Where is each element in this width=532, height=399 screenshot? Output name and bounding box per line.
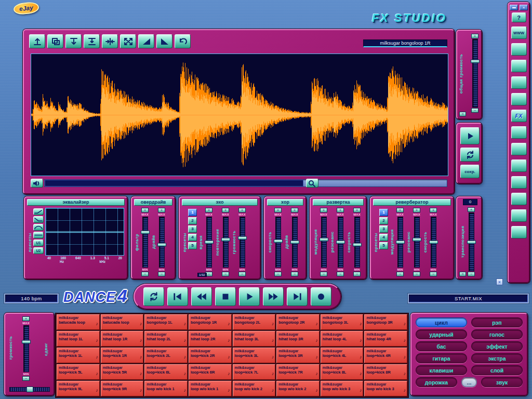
overdrive-drive-slider-increase-button[interactable]: + [158,208,165,212]
sample-cell-r1c5[interactable]: milk&sugarbongoloop 2L♪ [233,314,276,330]
category-ударный-button[interactable]: ударный [416,329,467,339]
sweep-modulation-slider-track[interactable] [321,217,327,268]
sample-cell-r5c7[interactable]: milk&sugarloop w/o kick 3♪ [321,381,364,396]
echo-repeat-slider-thumb[interactable] [221,238,230,242]
sample-cell-r2c6[interactable]: milk&sugarhihat loop 3R♪ [276,331,320,347]
save-sample-button[interactable]: сохр. [460,165,480,178]
reverb-resonance-slider-thumb[interactable] [413,238,421,242]
sample-cell-r3c3[interactable]: milk&sugarloop+kick 2L♪ [144,348,188,363]
sample-cell-r1c8[interactable]: milk&sugarbongoloop 3R♪ [364,314,407,330]
sample-cell-r2c4[interactable]: milk&sugarhihat loop 2R♪ [189,331,232,347]
sample-cell-r2c7[interactable]: milk&sugarhihat loop 4L♪ [321,331,364,347]
www-button[interactable]: WWW [511,26,527,39]
eq-curve-3-button[interactable] [33,224,44,231]
transport-loop-button[interactable] [143,287,164,306]
echo-repeat-slider-track[interactable] [223,217,229,268]
close-effects-button[interactable]: × [496,278,503,285]
sample-cell-r5c5[interactable]: milk&sugarloop w/o kick 2♪ [233,381,276,396]
master-volume-slider-thumb[interactable] [471,59,480,63]
sample-cell-r4c2[interactable]: milk&sugarloop+kick 5R♪ [101,364,144,380]
help-button[interactable]: ? [512,12,526,22]
transpose-slider-thumb[interactable] [467,240,476,244]
category-клавиши-button[interactable]: клавиши [416,365,467,375]
sample-cell-r4c1[interactable]: milk&sugarloop+kick 5L♪ [57,364,100,380]
mixer-shift-thumb[interactable] [26,387,33,392]
fx-button[interactable]: FX [511,110,527,122]
zoom-button[interactable] [306,179,318,188]
mixer-volume-slider-increase-button[interactable]: + [22,316,30,321]
sweep-resonance-slider-increase-button[interactable]: + [337,208,344,212]
category-экстра-button[interactable]: экстра [471,353,523,363]
eq-user2-button[interactable]: U2 [33,247,44,254]
transport-skip-end-button[interactable] [287,287,308,306]
category-слой-button[interactable]: слой [471,365,523,375]
overdrive-drive-slider-thumb[interactable] [157,243,166,246]
category-цикл-button[interactable]: цикл [416,317,467,327]
sweep-resonance-slider-decrease-button[interactable]: − [337,272,344,276]
echo-time-slider-thumb[interactable] [205,241,214,244]
clock-button[interactable] [511,159,527,172]
transpose-slider-decrease-button[interactable]: − [468,272,475,276]
reverb-modulation-slider-track[interactable] [397,217,403,268]
normalize-button[interactable] [29,34,45,48]
chorus-speed-slider-track[interactable] [275,217,281,268]
reverb-speed-slider-increase-button[interactable]: + [430,208,437,212]
transport-rewind-button[interactable] [191,287,212,306]
sample-cell-r1c4[interactable]: milk&sugarbongoloop 1R♪ [189,314,232,330]
echo-volume-slider-thumb[interactable] [238,236,247,240]
echo-preset-5-button[interactable]: 5 [188,242,197,249]
undo-button[interactable] [175,34,191,48]
sample-cell-r5c1[interactable]: milk&sugarloop+kick 9L♪ [57,381,100,396]
monitor-mode-button[interactable]: п [459,112,466,116]
sample-cell-r3c8[interactable]: milk&sugarloop+kick 4R♪ [364,348,407,363]
category-дорожка-button[interactable]: дорожка [416,377,457,387]
sweep-resonance-slider-track[interactable] [338,217,343,268]
sample-cell-r3c1[interactable]: milk&sugarloop+kick 1L♪ [57,348,100,363]
sweep-speed-slider-thumb[interactable] [353,243,362,246]
sample-cell-r4c7[interactable]: milk&sugarloop+kick 8L♪ [321,364,364,380]
reverb-preset-1-button[interactable]: 1 [379,209,388,216]
burst-button[interactable] [511,209,527,222]
sample-cell-r4c3[interactable]: milk&sugarloop+kick 6L♪ [144,364,188,380]
reverb-preset-2-button[interactable]: 2 [379,217,388,224]
chorus-speed-slider-decrease-button[interactable]: − [274,272,282,276]
reverb-speed-slider-track[interactable] [431,217,436,268]
reload-loop-button[interactable] [460,148,480,162]
sample-cell-r5c4[interactable]: milk&sugarloop w/o kick 1♪ [189,381,232,396]
chorus-drive-slider-thumb[interactable] [290,241,299,244]
sample-cell-r1c6[interactable]: milk&sugarbongoloop 2R♪ [276,314,320,330]
sweep-speed-slider-track[interactable] [354,217,360,268]
reverb-speed-slider-thumb[interactable] [429,241,438,244]
echo-repeat-slider-increase-button[interactable]: + [222,208,229,212]
sample-cell-r2c1[interactable]: milk&sugarhihat loop 1L♪ [57,331,100,347]
sample-cell-r2c2[interactable]: milk&sugarhihat loop 1R♪ [101,331,144,347]
sweep-speed-slider-increase-button[interactable]: + [353,208,361,212]
keypad-button[interactable] [511,60,527,72]
copy-button[interactable] [47,34,63,48]
sample-cell-r3c2[interactable]: milk&sugarloop+kick 1R♪ [101,348,144,363]
keyboard-button[interactable] [511,143,527,155]
sweep-resonance-slider-thumb[interactable] [336,241,345,244]
transpose-slider-track[interactable] [469,212,474,271]
echo-preset-2-button[interactable]: 2 [188,217,197,224]
chorus-drive-slider-increase-button[interactable]: + [291,208,298,212]
sample-cell-r4c5[interactable]: milk&sugarloop+kick 7L♪ [233,364,276,380]
transport-skip-start-button[interactable] [167,287,188,306]
chorus-drive-slider-track[interactable] [292,217,298,268]
sweep-speed-slider-decrease-button[interactable]: − [353,272,361,276]
sample-cell-r3c5[interactable]: milk&sugarloop+kick 3L♪ [233,348,276,363]
overdrive-drive-slider-track[interactable] [159,217,165,268]
cd-button[interactable] [511,126,527,139]
waveform-display[interactable] [31,54,448,176]
reverb-speed-slider-decrease-button[interactable]: − [430,272,437,276]
trim-button[interactable] [102,34,118,48]
eq-graph[interactable] [45,208,124,256]
sample-cell-r3c7[interactable]: milk&sugarloop+kick 4L♪ [321,348,364,363]
echo-volume-slider-increase-button[interactable]: + [238,208,246,212]
mixer-volume-slider-track[interactable] [23,325,29,372]
save-button[interactable] [511,226,527,238]
overdrive-filter-slider-thumb[interactable] [141,230,150,234]
paste-button[interactable] [65,34,82,48]
sample-cell-r4c6[interactable]: milk&sugarloop+kick 7R♪ [276,364,320,380]
reverb-resonance-slider-increase-button[interactable]: + [413,208,420,212]
